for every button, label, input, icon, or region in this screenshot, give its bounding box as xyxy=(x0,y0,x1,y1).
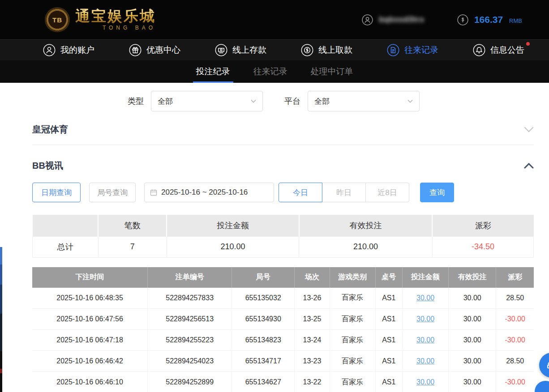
summary-header-row: 笔数 投注金额 有效投注 派彩 xyxy=(33,215,534,236)
nav-label: 线上存款 xyxy=(232,44,266,56)
nav-item-records[interactable]: 往来记录 xyxy=(386,43,438,57)
cell-bet-amount[interactable]: 30.00 xyxy=(403,330,449,351)
balance-currency: RMB xyxy=(509,17,522,24)
cell-bet-time: 2025-10-16 06:47:18 xyxy=(32,330,148,351)
summary-payout: -34.50 xyxy=(432,236,533,257)
user-icon xyxy=(43,43,56,57)
round-query-button[interactable]: 局号查询 xyxy=(89,183,136,202)
section-bb-video[interactable]: BB视讯 xyxy=(32,159,534,172)
cell-game-type: 百家乐 xyxy=(330,351,375,372)
balance[interactable]: 166.37 RMB xyxy=(457,14,522,26)
notification-dot xyxy=(526,42,530,46)
header-bet-time: 下注时间 xyxy=(32,267,148,288)
cell-bet-amount[interactable]: 30.00 xyxy=(403,288,449,309)
nav-item-deposit[interactable]: 线上存款 xyxy=(214,43,266,57)
detail-table-body: 2025-10-16 06:48:35 522894257833 6551350… xyxy=(32,288,534,392)
logo[interactable]: TB 通宝娱乐城 TONG BAO xyxy=(45,7,156,32)
tab-bet-records[interactable]: 投注纪录 xyxy=(196,60,230,83)
cell-valid-bet: 30.00 xyxy=(449,309,496,330)
nav-label: 往来记录 xyxy=(404,44,438,56)
cell-table-no: AS1 xyxy=(375,372,402,392)
cell-game-type: 百家乐 xyxy=(330,309,375,330)
main-nav: 我的账户 优惠中心 线上存款 线上取款 xyxy=(0,39,549,60)
cell-round-no: 655134823 xyxy=(232,330,295,351)
chevron-down-icon xyxy=(524,127,534,132)
header-session: 场次 xyxy=(295,267,330,288)
date-range-picker[interactable]: 2025-10-16 ~ 2025-10-16 xyxy=(144,183,274,202)
cell-bet-time: 2025-10-16 06:46:42 xyxy=(32,351,148,372)
summary-header-valid-bet: 有效投注 xyxy=(299,215,433,236)
cell-game-type: 百家乐 xyxy=(330,372,375,392)
page-edge-artifact xyxy=(0,247,2,392)
summary-header-count: 笔数 xyxy=(98,215,167,236)
headset-icon xyxy=(546,359,549,371)
deposit-icon xyxy=(214,43,228,57)
cell-valid-bet: 30.00 xyxy=(449,330,496,351)
platform-select[interactable]: 全部 xyxy=(308,91,420,111)
cell-game-type: 百家乐 xyxy=(330,330,375,351)
detail-table: 下注时间 注单编号 局号 场次 游戏类别 桌号 投注金额 有效投注 派彩 202… xyxy=(32,267,534,392)
nav-item-announcements[interactable]: 信息公告 xyxy=(472,43,524,57)
date-range-value: 2025-10-16 ~ 2025-10-16 xyxy=(161,188,248,197)
top-header: TB 通宝娱乐城 TONG BAO bqbxsd3trx 166 xyxy=(0,0,549,39)
cell-bet-id: 522894254023 xyxy=(148,351,232,372)
type-select[interactable]: 全部 xyxy=(151,91,263,111)
user-avatar-icon xyxy=(361,14,373,26)
withdraw-icon xyxy=(300,43,314,57)
table-row: 2025-10-16 06:47:56 522894256513 6551349… xyxy=(32,309,534,330)
cell-payout: 28.50 xyxy=(496,351,534,372)
cell-session: 13-22 xyxy=(295,372,330,392)
cell-game-type: 百家乐 xyxy=(330,288,375,309)
header-bet-id: 注单编号 xyxy=(148,267,232,288)
tab-processing-orders[interactable]: 处理中订单 xyxy=(311,60,353,83)
calendar-icon xyxy=(150,189,157,196)
balance-amount: 166.37 xyxy=(474,14,503,25)
table-row: 2025-10-16 06:47:18 522894255223 6551348… xyxy=(32,330,534,351)
username: bqbxsd3trx xyxy=(379,15,425,24)
nav-item-my-account[interactable]: 我的账户 xyxy=(43,43,94,57)
logo-title: 通宝娱乐城 xyxy=(75,9,156,24)
cell-bet-time: 2025-10-16 06:46:10 xyxy=(32,372,148,392)
yesterday-button[interactable]: 昨日 xyxy=(322,183,366,202)
section-crown-sports[interactable]: 皇冠体育 xyxy=(32,123,534,136)
cell-bet-time: 2025-10-16 06:47:56 xyxy=(32,309,148,330)
detail-header-row: 下注时间 注单编号 局号 场次 游戏类别 桌号 投注金额 有效投注 派彩 xyxy=(32,267,534,288)
filter-row: 类型 全部 平台 全部 xyxy=(128,91,534,111)
nav-item-promotions[interactable]: 优惠中心 xyxy=(129,43,180,57)
cell-bet-id: 522894257833 xyxy=(148,288,232,309)
gift-icon xyxy=(129,43,142,57)
chevron-down-icon xyxy=(407,99,413,103)
cell-bet-amount[interactable]: 30.00 xyxy=(403,309,449,330)
summary-table: 笔数 投注金额 有效投注 派彩 总计 7 210.00 210.00 -34.5… xyxy=(32,215,534,258)
cell-payout: 28.50 xyxy=(496,288,534,309)
cell-round-no: 655134717 xyxy=(232,351,295,372)
chevron-down-icon xyxy=(251,99,256,103)
cell-session: 13-26 xyxy=(295,288,330,309)
summary-count: 7 xyxy=(98,236,167,257)
today-button[interactable]: 今日 xyxy=(279,183,322,202)
search-button[interactable]: 查询 xyxy=(420,183,454,202)
bell-icon xyxy=(472,43,486,57)
last8days-button[interactable]: 近8日 xyxy=(365,183,409,202)
cell-round-no: 655135032 xyxy=(232,288,295,309)
cell-round-no: 655134627 xyxy=(232,372,295,392)
table-row: 2025-10-16 06:48:35 522894257833 6551350… xyxy=(32,288,534,309)
section-title: 皇冠体育 xyxy=(32,124,68,136)
section-title: BB视讯 xyxy=(32,160,63,172)
cell-bet-amount[interactable]: 30.00 xyxy=(403,351,449,372)
cell-valid-bet: 30.00 xyxy=(449,372,496,392)
header-payout: 派彩 xyxy=(496,267,534,288)
nav-label: 我的账户 xyxy=(60,44,94,56)
nav-label: 优惠中心 xyxy=(146,44,180,56)
cell-bet-amount[interactable]: 30.00 xyxy=(403,372,449,392)
cell-round-no: 655134930 xyxy=(232,309,295,330)
cell-table-no: AS1 xyxy=(375,330,402,351)
user-info[interactable]: bqbxsd3trx xyxy=(361,14,425,26)
cell-valid-bet: 30.00 xyxy=(449,351,496,372)
quick-date-group: 今日 昨日 近8日 xyxy=(279,183,409,202)
tab-transaction-records[interactable]: 往来记录 xyxy=(253,60,287,83)
nav-item-withdraw[interactable]: 线上取款 xyxy=(300,43,352,57)
records-icon xyxy=(386,43,400,57)
date-query-button[interactable]: 日期查询 xyxy=(32,183,81,202)
sub-nav: 投注纪录 往来记录 处理中订单 xyxy=(0,60,549,83)
